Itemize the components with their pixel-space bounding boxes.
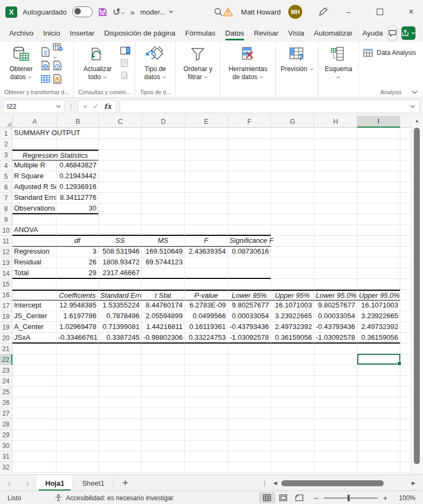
cell-A29[interactable] — [12, 430, 57, 440]
cell-E17[interactable]: 6.2783E-09 — [185, 300, 228, 311]
cell-A7[interactable]: Standard Error — [12, 193, 57, 204]
cell-C10[interactable] — [99, 225, 142, 236]
row-header-21[interactable]: 21 — [0, 344, 12, 354]
cell-F18[interactable]: 0.00033054 — [228, 311, 271, 322]
menu-tab-vista[interactable]: Vista — [283, 26, 309, 40]
search-icon[interactable] — [213, 7, 223, 17]
cell-F8[interactable] — [228, 204, 271, 214]
cell-G22[interactable] — [271, 354, 314, 365]
outline-button[interactable]: Esquema — [323, 44, 354, 81]
cell-I19[interactable]: 2.49732392 — [357, 322, 400, 333]
cell-H2[interactable] — [314, 139, 357, 150]
cell-B26[interactable] — [57, 397, 99, 408]
cell-D7[interactable] — [142, 193, 185, 204]
cell-I27[interactable] — [357, 408, 400, 419]
cell-B14[interactable]: 29 — [57, 268, 99, 279]
row-header-14[interactable]: 14 — [0, 268, 12, 279]
cell-C6[interactable] — [99, 182, 142, 193]
warning-icon[interactable] — [223, 7, 233, 17]
cell-H17[interactable]: 9.80257677 — [314, 300, 357, 311]
cell-I7[interactable] — [357, 193, 400, 204]
cell-I5[interactable] — [357, 171, 400, 182]
cell-F7[interactable] — [228, 193, 271, 204]
cell-F25[interactable] — [228, 387, 271, 397]
cell-I12[interactable] — [357, 247, 400, 257]
cell-E25[interactable] — [185, 387, 228, 397]
column-header-I[interactable]: I — [357, 116, 400, 128]
column-header-D[interactable]: D — [142, 116, 185, 128]
cell-F11[interactable]: Significance F — [228, 236, 271, 247]
cell-H12[interactable] — [314, 247, 357, 257]
cell-F32[interactable] — [228, 462, 271, 473]
menu-tab-automatizar[interactable]: Automatizar — [309, 26, 358, 40]
cell-A1[interactable]: SUMMARY OUTPUT — [12, 128, 57, 139]
cell-I31[interactable] — [357, 451, 400, 462]
cell-C30[interactable] — [99, 440, 142, 451]
cell-partial-30[interactable] — [400, 440, 411, 451]
cell-C23[interactable] — [99, 365, 142, 376]
cancel-entry-icon[interactable]: × — [83, 102, 87, 111]
row-header-12[interactable]: 12 — [0, 247, 12, 257]
share-button[interactable] — [401, 26, 415, 40]
cell-F13[interactable] — [228, 257, 271, 268]
get-data-button[interactable]: Obtener datos — [4, 44, 38, 81]
cell-C5[interactable] — [99, 171, 142, 182]
cell-I10[interactable] — [357, 225, 400, 236]
cell-G28[interactable] — [271, 419, 314, 430]
select-all-corner[interactable] — [0, 116, 13, 128]
autosave-toggle[interactable] — [72, 6, 93, 17]
cell-partial-20[interactable] — [400, 333, 411, 344]
menu-tab-archivo[interactable]: Archivo — [4, 26, 38, 40]
cell-E31[interactable] — [185, 451, 228, 462]
cell-G8[interactable] — [271, 204, 314, 214]
properties-icon[interactable] — [120, 59, 130, 67]
cell-partial-9[interactable] — [400, 214, 411, 225]
row-header-20[interactable]: 20 — [0, 333, 12, 344]
cell-C15[interactable] — [99, 279, 142, 290]
row-header-24[interactable]: 24 — [0, 376, 12, 387]
cell-partial-14[interactable] — [400, 268, 411, 279]
row-header-2[interactable]: 2 — [0, 139, 12, 150]
cell-D2[interactable] — [142, 139, 185, 150]
row-header-22[interactable]: 22 — [0, 354, 12, 365]
cell-D15[interactable] — [142, 279, 185, 290]
view-page-break-button[interactable] — [292, 492, 308, 503]
cell-D13[interactable]: 69.5744123 — [142, 257, 185, 268]
cell-I30[interactable] — [357, 440, 400, 451]
row-header-10[interactable]: 10 — [0, 225, 12, 236]
data-analysis-button[interactable]: Data Analysis — [363, 48, 416, 57]
confirm-entry-icon[interactable]: ✓ — [93, 102, 99, 110]
cell-E32[interactable] — [185, 462, 228, 473]
view-normal-button[interactable] — [259, 492, 275, 503]
cell-F24[interactable] — [228, 376, 271, 387]
zoom-out-button[interactable]: − — [314, 494, 318, 502]
cell-D27[interactable] — [142, 408, 185, 419]
cell-partial-29[interactable] — [400, 430, 411, 440]
cell-C8[interactable] — [99, 204, 142, 214]
cell-E20[interactable]: 0.33224753 — [185, 333, 228, 344]
cell-H6[interactable] — [314, 182, 357, 193]
cell-E8[interactable] — [185, 204, 228, 214]
cell-D14[interactable] — [142, 268, 185, 279]
cell-partial-8[interactable] — [400, 204, 411, 214]
maximize-button[interactable] — [368, 0, 392, 24]
cell-I26[interactable] — [357, 397, 400, 408]
cell-H23[interactable] — [314, 365, 357, 376]
cell-B20[interactable]: -0.33466761 — [57, 333, 99, 344]
cell-C14[interactable]: 2317.46667 — [99, 268, 142, 279]
cell-partial-24[interactable] — [400, 376, 411, 387]
cell-D3[interactable] — [142, 150, 185, 160]
horizontal-scrollbar[interactable]: ◀ ▶ — [273, 475, 423, 491]
cell-B30[interactable] — [57, 440, 99, 451]
cell-E4[interactable] — [185, 160, 228, 171]
cell-A18[interactable]: JS_Center — [12, 311, 57, 322]
cell-partial-15[interactable] — [400, 279, 411, 290]
cell-I13[interactable] — [357, 257, 400, 268]
cell-A28[interactable] — [12, 419, 57, 430]
cell-partial-18[interactable] — [400, 311, 411, 322]
sheet-tab-hoja1[interactable]: Hoja1 — [37, 475, 73, 491]
cell-D23[interactable] — [142, 365, 185, 376]
row-header-23[interactable]: 23 — [0, 365, 12, 376]
cell-partial-5[interactable] — [400, 171, 411, 182]
cell-G24[interactable] — [271, 376, 314, 387]
